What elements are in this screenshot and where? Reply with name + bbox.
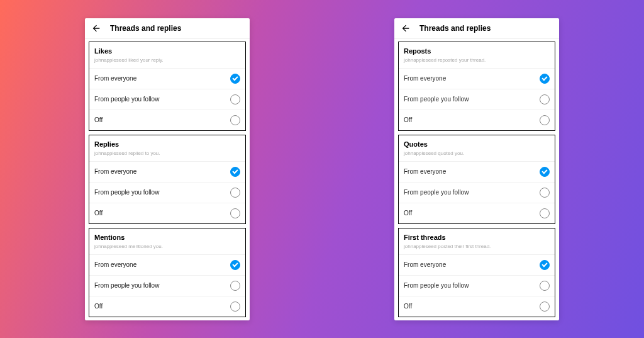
header: Threads and replies: [394, 18, 559, 39]
option-label: From people you follow: [404, 282, 469, 289]
option-label: Off: [404, 303, 412, 310]
header: Threads and replies: [85, 18, 250, 39]
radio-unselected-icon: [230, 208, 240, 218]
radio-selected-icon: [540, 167, 550, 177]
option-from-everyone[interactable]: From everyone: [399, 68, 555, 89]
option-off[interactable]: Off: [399, 203, 555, 223]
option-label: Off: [404, 116, 412, 123]
option-label: From everyone: [94, 75, 136, 82]
option-label: From everyone: [94, 261, 136, 268]
settings-screen-right: Threads and replies Reposts johnapplesee…: [394, 18, 559, 320]
option-label: From people you follow: [94, 96, 159, 103]
radio-selected-icon: [230, 260, 240, 270]
option-from-following[interactable]: From people you follow: [399, 89, 555, 110]
option-label: From people you follow: [94, 189, 159, 196]
radio-unselected-icon: [230, 115, 240, 125]
section-title: First threads: [399, 228, 555, 244]
radio-unselected-icon: [540, 94, 550, 104]
option-label: Off: [94, 116, 103, 123]
option-from-following[interactable]: From people you follow: [399, 275, 555, 296]
back-button[interactable]: [91, 23, 101, 33]
option-from-following[interactable]: From people you follow: [89, 182, 245, 203]
section-mentions: Mentions johnappleseed mentioned you. Fr…: [89, 228, 246, 317]
radio-unselected-icon: [230, 188, 240, 198]
option-from-everyone[interactable]: From everyone: [89, 68, 245, 89]
option-off[interactable]: Off: [89, 296, 245, 317]
section-desc: johnappleseed liked your reply.: [89, 57, 245, 68]
content-right: Reposts johnappleseed reposted your thre…: [394, 39, 559, 320]
content-left: Likes johnappleseed liked your reply. Fr…: [85, 39, 250, 320]
arrow-left-icon: [401, 23, 411, 33]
arrow-left-icon: [91, 23, 101, 33]
radio-unselected-icon: [540, 188, 550, 198]
back-button[interactable]: [401, 23, 411, 33]
option-from-following[interactable]: From people you follow: [89, 275, 245, 296]
option-label: Off: [94, 210, 103, 217]
section-quotes: Quotes johnappleseed quoted you. From ev…: [398, 135, 555, 224]
settings-screen-left: Threads and replies Likes johnappleseed …: [85, 18, 250, 320]
option-off[interactable]: Off: [89, 110, 245, 130]
radio-selected-icon: [230, 74, 240, 84]
radio-unselected-icon: [230, 301, 240, 312]
section-reposts: Reposts johnappleseed reposted your thre…: [398, 42, 555, 131]
page-title: Threads and replies: [419, 24, 491, 33]
option-label: From people you follow: [404, 189, 469, 196]
option-from-everyone[interactable]: From everyone: [89, 254, 245, 275]
section-desc: johnappleseed posted their first thread.: [399, 244, 555, 254]
section-first-threads: First threads johnappleseed posted their…: [398, 228, 555, 317]
option-from-everyone[interactable]: From everyone: [399, 254, 555, 275]
option-label: From everyone: [404, 261, 446, 268]
page-title: Threads and replies: [110, 24, 181, 33]
section-title: Quotes: [399, 135, 555, 150]
section-title: Reposts: [399, 42, 555, 57]
option-off[interactable]: Off: [89, 203, 245, 223]
option-label: Off: [404, 210, 412, 217]
option-from-everyone[interactable]: From everyone: [399, 161, 555, 182]
option-label: From everyone: [404, 75, 446, 82]
section-title: Likes: [89, 42, 245, 57]
radio-unselected-icon: [540, 281, 550, 291]
radio-selected-icon: [230, 167, 240, 177]
section-title: Replies: [89, 135, 245, 150]
radio-unselected-icon: [540, 208, 550, 218]
section-desc: johnappleseed replied to you.: [89, 150, 245, 161]
option-label: From everyone: [94, 168, 136, 175]
option-label: From people you follow: [94, 282, 159, 289]
option-from-following[interactable]: From people you follow: [399, 182, 555, 203]
radio-unselected-icon: [540, 115, 550, 125]
section-desc: johnappleseed reposted your thread.: [399, 57, 555, 68]
section-likes: Likes johnappleseed liked your reply. Fr…: [89, 42, 246, 131]
option-off[interactable]: Off: [399, 110, 555, 130]
option-label: From people you follow: [404, 96, 469, 103]
radio-selected-icon: [540, 74, 550, 84]
option-label: From everyone: [404, 168, 446, 175]
radio-unselected-icon: [230, 94, 240, 104]
section-desc: johnappleseed quoted you.: [399, 150, 555, 161]
section-replies: Replies johnappleseed replied to you. Fr…: [89, 135, 246, 224]
option-label: Off: [94, 303, 103, 310]
radio-unselected-icon: [230, 281, 240, 291]
section-title: Mentions: [89, 228, 245, 244]
radio-unselected-icon: [540, 301, 550, 312]
option-off[interactable]: Off: [399, 296, 555, 317]
section-desc: johnappleseed mentioned you.: [89, 244, 245, 254]
option-from-everyone[interactable]: From everyone: [89, 161, 245, 182]
radio-selected-icon: [540, 260, 550, 270]
option-from-following[interactable]: From people you follow: [89, 89, 245, 110]
